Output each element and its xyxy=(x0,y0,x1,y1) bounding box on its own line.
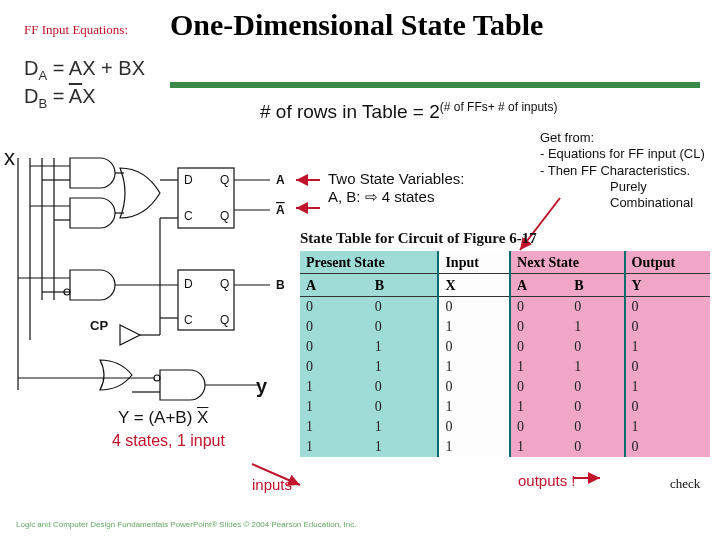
table-row: 110001 xyxy=(300,417,710,437)
state-table: State Table for Circuit of Figure 6-17 P… xyxy=(300,230,710,457)
svg-line-42 xyxy=(252,464,300,485)
state-table-title: State Table for Circuit of Figure 6-17 xyxy=(300,230,710,247)
col-output: Output xyxy=(625,251,710,274)
table-row: 011110 xyxy=(300,357,710,377)
table-row: 001010 xyxy=(300,317,710,337)
table-row: 000000 xyxy=(300,297,710,318)
state-table-grid: Present State Input Next State Output A … xyxy=(300,251,710,457)
table-row: 101100 xyxy=(300,397,710,417)
copyright-footer: Logic and Computer Design Fundamentals P… xyxy=(16,521,356,530)
table-row: 111100 xyxy=(300,437,710,457)
table-row: 010001 xyxy=(300,337,710,357)
col-next-state: Next State xyxy=(510,251,624,274)
table-row: 100001 xyxy=(300,377,710,397)
col-present-state: Present State xyxy=(300,251,438,274)
col-input: Input xyxy=(438,251,510,274)
